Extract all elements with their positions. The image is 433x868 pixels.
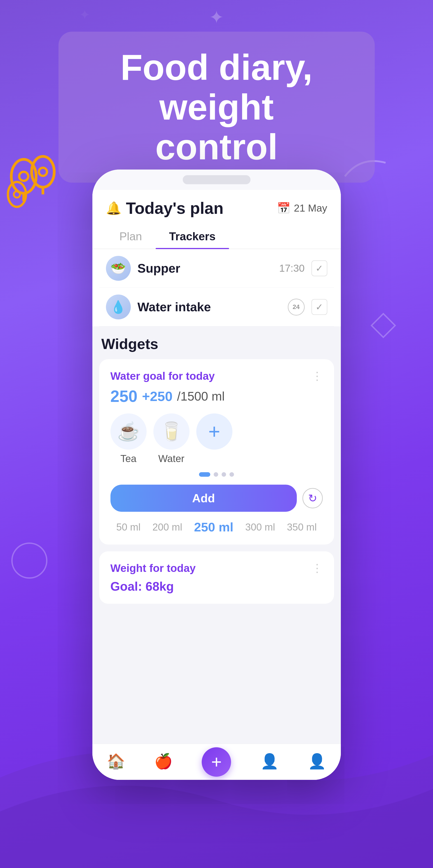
app-title: Today's plan bbox=[126, 199, 224, 217]
app-header-left: 🔔 Today's plan bbox=[106, 199, 224, 217]
header-card: Food diary, weight control bbox=[59, 32, 375, 183]
water-widget-title: Water goal for today bbox=[110, 370, 215, 382]
phone-notch bbox=[183, 175, 251, 184]
bg-star-left: ✦ bbox=[79, 7, 90, 23]
tab-trackers[interactable]: Trackers bbox=[156, 224, 229, 249]
nav-home[interactable]: 🏠 bbox=[107, 753, 125, 771]
supper-icon: 🥗 bbox=[106, 256, 131, 281]
app-header: 🔔 Today's plan 📅 21 May bbox=[92, 190, 341, 224]
refresh-button[interactable]: ↻ bbox=[302, 488, 323, 508]
weight-widget-header: Weight for today ⋮ bbox=[110, 561, 323, 575]
tea-icon-circle: ☕ bbox=[110, 413, 146, 450]
water-widget-menu[interactable]: ⋮ bbox=[311, 369, 323, 382]
calendar-icon: 📅 bbox=[277, 202, 291, 215]
nav-food[interactable]: 🍎 bbox=[154, 753, 173, 771]
water-label: Water intake bbox=[138, 300, 281, 314]
ml-50[interactable]: 50 ml bbox=[116, 522, 141, 533]
header-title: Food diary, weight control bbox=[81, 48, 352, 167]
bg-circle bbox=[11, 542, 47, 579]
weight-widget-title: Weight for today bbox=[110, 562, 196, 575]
deco-pins bbox=[3, 149, 67, 213]
nav-fab-button[interactable]: + bbox=[202, 747, 231, 777]
bg-diamond bbox=[370, 313, 396, 338]
dot-2 bbox=[214, 472, 218, 477]
bottom-nav: 🏠 🍎 + 👤 👤 bbox=[92, 744, 341, 780]
ml-200[interactable]: 200 ml bbox=[153, 522, 182, 533]
water-drink-label: Water bbox=[158, 453, 185, 464]
home-icon: 🏠 bbox=[107, 753, 125, 770]
ml-350[interactable]: 350 ml bbox=[287, 522, 317, 533]
add-section: Add ↻ bbox=[110, 485, 323, 512]
scroll-content[interactable]: 🥗 Supper 17:30 ✓ 💧 Water intake 24 ✓ bbox=[92, 249, 341, 744]
dot-3 bbox=[222, 472, 226, 477]
date-text: 21 May bbox=[294, 202, 327, 214]
tabs-container: Plan Trackers bbox=[92, 224, 341, 249]
drink-add[interactable]: + bbox=[196, 413, 232, 450]
water-checkbox[interactable]: ✓ bbox=[311, 299, 327, 315]
weight-widget-card: Weight for today ⋮ Goal: 68kg bbox=[99, 551, 334, 604]
profile-icon: 👤 bbox=[308, 753, 326, 770]
ml-options: 50 ml 200 ml 250 ml 300 ml 350 ml bbox=[110, 520, 323, 534]
dot-1 bbox=[199, 472, 210, 477]
svg-point-4 bbox=[39, 168, 47, 176]
widgets-section: Widgets Water goal for today ⋮ 250 +250 … bbox=[92, 327, 341, 615]
water-goal-text: /1500 ml bbox=[177, 389, 225, 403]
check-icon-2: ✓ bbox=[315, 302, 323, 312]
plan-card: 🥗 Supper 17:30 ✓ 💧 Water intake 24 ✓ bbox=[92, 249, 341, 327]
tea-label: Tea bbox=[121, 453, 136, 464]
weight-goal: Goal: 68kg bbox=[110, 579, 323, 594]
tab-plan[interactable]: Plan bbox=[106, 224, 156, 249]
supper-time: 17:30 bbox=[279, 262, 305, 274]
dot-4 bbox=[230, 472, 234, 477]
water-current: 250 bbox=[110, 387, 138, 405]
nav-profile[interactable]: 👤 bbox=[308, 753, 326, 771]
drink-water[interactable]: 🥛 Water bbox=[154, 413, 190, 464]
supper-label: Supper bbox=[138, 261, 272, 276]
water-widget-header: Water goal for today ⋮ bbox=[110, 369, 323, 382]
water-icon-circle: 🥛 bbox=[154, 413, 190, 450]
supper-checkbox[interactable]: ✓ bbox=[311, 260, 327, 276]
check-icon: ✓ bbox=[315, 263, 323, 274]
water-add-amount: +250 bbox=[142, 389, 173, 404]
dots-indicator bbox=[110, 472, 323, 477]
nav-stats[interactable]: 👤 bbox=[260, 753, 279, 771]
svg-point-1 bbox=[19, 172, 28, 181]
clock-24-icon: 24 bbox=[288, 299, 305, 315]
bg-star-top: ✦ bbox=[209, 7, 224, 28]
water-amounts: 250 +250 /1500 ml bbox=[110, 387, 323, 405]
plan-item-supper[interactable]: 🥗 Supper 17:30 ✓ bbox=[99, 249, 334, 288]
widgets-title: Widgets bbox=[99, 336, 334, 352]
plan-item-water[interactable]: 💧 Water intake 24 ✓ bbox=[99, 288, 334, 327]
water-widget-card: Water goal for today ⋮ 250 +250 /1500 ml… bbox=[99, 359, 334, 545]
phone-top-bar bbox=[92, 169, 341, 190]
drink-tea[interactable]: ☕ Tea bbox=[110, 413, 146, 464]
drink-options: ☕ Tea 🥛 Water + bbox=[110, 413, 323, 464]
weight-widget-menu[interactable]: ⋮ bbox=[311, 561, 323, 575]
stats-icon: 👤 bbox=[260, 753, 279, 770]
food-icon: 🍎 bbox=[154, 753, 173, 770]
ml-300[interactable]: 300 ml bbox=[245, 522, 275, 533]
phone-screen: 🔔 Today's plan 📅 21 May Plan Trackers bbox=[92, 190, 341, 780]
phone-mockup: 🔔 Today's plan 📅 21 May Plan Trackers bbox=[92, 169, 341, 780]
add-water-button[interactable]: Add bbox=[110, 485, 297, 512]
bell-icon: 🔔 bbox=[106, 201, 122, 216]
add-drink-circle: + bbox=[196, 413, 232, 450]
water-icon: 💧 bbox=[106, 294, 131, 319]
date-section: 📅 21 May bbox=[277, 202, 327, 215]
ml-250[interactable]: 250 ml bbox=[194, 520, 233, 534]
